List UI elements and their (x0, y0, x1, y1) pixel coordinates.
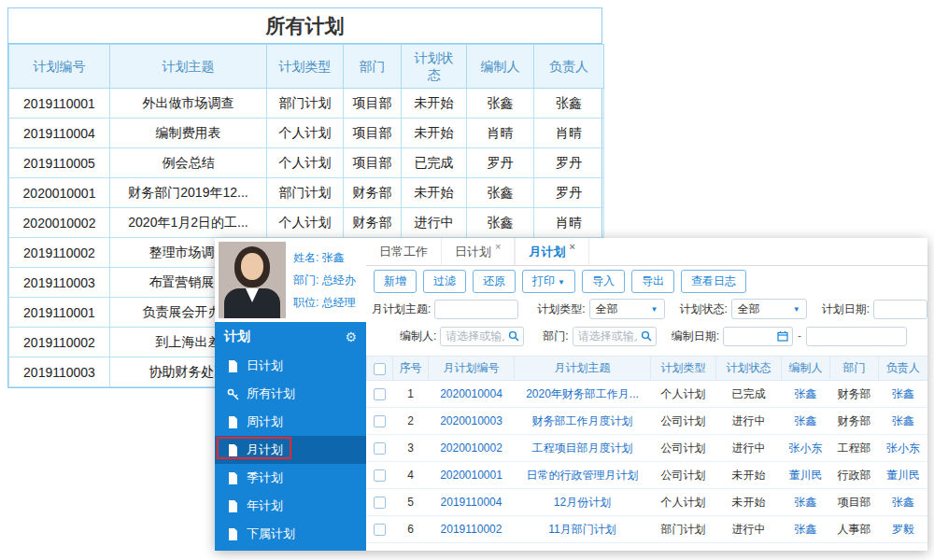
search-icon[interactable] (508, 330, 519, 342)
cell-link[interactable]: 董川民 (789, 469, 823, 482)
table-cell[interactable]: 2019110004 (429, 489, 515, 516)
select-all-checkbox[interactable] (374, 363, 386, 375)
subject-filter-label: 月计划主题: (372, 301, 431, 317)
view-log-button[interactable]: 查看日志 (681, 270, 746, 293)
type-select[interactable]: 全部 ▼ (589, 299, 665, 319)
cell-link[interactable]: 2020年财务部工作月... (526, 387, 639, 400)
cell-link[interactable]: 11月部门计划 (548, 523, 616, 536)
cell-link[interactable]: 张鑫 (795, 496, 817, 509)
filter-button[interactable]: 过滤 (423, 270, 466, 293)
gear-icon[interactable]: ⚙ (345, 329, 357, 344)
checkbox-cell[interactable] (367, 462, 393, 489)
row-checkbox[interactable] (374, 497, 386, 509)
table-cell[interactable]: 12月份计划 (515, 489, 651, 516)
table-cell[interactable]: 张鑫 (879, 381, 928, 408)
cell-link[interactable]: 财务部工作月度计划 (532, 414, 633, 427)
cell-link[interactable]: 张小东 (789, 441, 823, 455)
table-cell[interactable]: 2019110002 (429, 516, 515, 543)
sidebar-item-day-plan[interactable]: 日计划 (215, 352, 366, 380)
checkbox-cell[interactable] (367, 489, 393, 516)
table-cell[interactable]: 张小东 (782, 435, 830, 462)
sidebar-item-month-plan[interactable]: 月计划 (215, 436, 366, 464)
cell-link[interactable]: 张鑫 (795, 387, 817, 400)
print-button[interactable]: 打印▼ (522, 270, 575, 293)
table-cell[interactable]: 2020010002 (429, 435, 515, 462)
cell-link[interactable]: 日常的行政管理月计划 (527, 469, 639, 482)
cell-link[interactable]: 2019110004 (441, 496, 502, 509)
table-cell[interactable]: 日常的行政管理月计划 (515, 462, 651, 489)
table-cell: 张鑫 (467, 178, 534, 208)
table-cell[interactable]: 董川民 (782, 462, 830, 489)
table-cell[interactable]: 张鑫 (782, 489, 830, 516)
row-checkbox[interactable] (374, 415, 386, 427)
table-row: 32020010002工程项目部月度计划公司计划进行中张小东工程部张小东 (367, 435, 928, 462)
table-cell[interactable]: 2020010001 (429, 462, 515, 489)
cell-link[interactable]: 张鑫 (892, 387, 914, 400)
table-cell[interactable]: 罗毅 (879, 516, 928, 543)
cell-link[interactable]: 董川民 (886, 469, 920, 482)
cell-link[interactable]: 2020010001 (440, 469, 502, 482)
add-button[interactable]: 新增 (374, 270, 417, 293)
table-cell: 外出做市场调查 (110, 89, 267, 119)
cell-link[interactable]: 2020010002 (440, 441, 502, 455)
sidebar-item-all-plans[interactable]: 所有计划 (215, 380, 366, 408)
cell-link[interactable]: 张鑫 (892, 496, 914, 509)
table-cell[interactable]: 张小东 (879, 435, 928, 462)
table-cell: 肖晴 (534, 208, 604, 238)
row-checkbox[interactable] (374, 388, 386, 400)
table-cell[interactable]: 张鑫 (782, 381, 830, 408)
table-cell[interactable]: 张鑫 (879, 408, 928, 435)
checkbox-cell[interactable] (367, 516, 393, 543)
row-checkbox[interactable] (374, 442, 386, 455)
table-cell[interactable]: 11月部门计划 (515, 516, 651, 543)
tab-label: 日常工作 (379, 244, 428, 260)
plan-date-input[interactable] (873, 300, 927, 319)
tab-day-plan[interactable]: 日计划 × (442, 238, 515, 265)
table-cell[interactable]: 财务部工作月度计划 (515, 408, 651, 435)
table-cell[interactable]: 董川民 (879, 462, 928, 489)
table-cell[interactable]: 张鑫 (782, 516, 830, 543)
table-row: 42020010001日常的行政管理月计划公司计划未开始董川民行政部董川民 (367, 462, 928, 489)
table-cell[interactable]: 张鑫 (879, 489, 928, 516)
tab-month-plan[interactable]: 月计划 × (515, 238, 588, 265)
table-cell: 项目部 (344, 148, 402, 178)
sidebar-item-quarter-plan[interactable]: 季计划 (215, 464, 366, 492)
created-date-end-input[interactable] (806, 327, 907, 346)
cell-link[interactable]: 张小东 (886, 441, 920, 455)
cell-link[interactable]: 张鑫 (795, 414, 817, 427)
row-checkbox[interactable] (374, 469, 386, 482)
subject-input[interactable] (434, 300, 518, 319)
table-cell[interactable]: 2020010004 (429, 381, 515, 408)
calendar-icon[interactable] (777, 330, 788, 342)
import-button[interactable]: 导入 (582, 270, 625, 293)
cell-link[interactable]: 工程项目部月度计划 (532, 441, 633, 455)
cell-link[interactable]: 2020010003 (440, 414, 502, 427)
reset-button[interactable]: 还原 (473, 270, 516, 293)
cell-link[interactable]: 12月份计划 (554, 496, 611, 509)
checkbox-cell[interactable] (367, 381, 393, 408)
cell-link[interactable]: 罗毅 (892, 523, 914, 536)
tab-daily-work[interactable]: 日常工作 (366, 238, 442, 265)
table-cell[interactable]: 2020年财务部工作月... (515, 381, 651, 408)
search-icon[interactable] (641, 330, 652, 342)
table-cell[interactable]: 工程项目部月度计划 (515, 435, 651, 462)
profile-info: 姓名: 张鑫 部门: 总经办 职位: 总经理 (293, 242, 356, 318)
checkbox-header[interactable] (367, 357, 393, 381)
cell-link[interactable]: 2020010004 (440, 387, 502, 400)
sidebar-item-year-plan[interactable]: 年计划 (215, 492, 366, 520)
table-cell: 部门计划 (267, 178, 344, 208)
table-cell[interactable]: 2020010003 (429, 408, 515, 435)
cell-link[interactable]: 张鑫 (795, 523, 817, 536)
row-checkbox[interactable] (374, 524, 386, 536)
sidebar-item-subordinate-plan[interactable]: 下属计划 (215, 520, 366, 548)
cell-link[interactable]: 2019110002 (441, 523, 502, 536)
cell-link[interactable]: 张鑫 (892, 414, 914, 427)
close-icon[interactable]: × (569, 241, 574, 252)
sidebar-item-week-plan[interactable]: 周计划 (215, 408, 366, 436)
checkbox-cell[interactable] (367, 408, 393, 435)
table-cell[interactable]: 张鑫 (782, 408, 830, 435)
checkbox-cell[interactable] (367, 435, 393, 462)
close-icon[interactable]: × (495, 241, 501, 252)
status-select[interactable]: 全部 ▼ (731, 299, 807, 319)
export-button[interactable]: 导出 (631, 270, 674, 293)
